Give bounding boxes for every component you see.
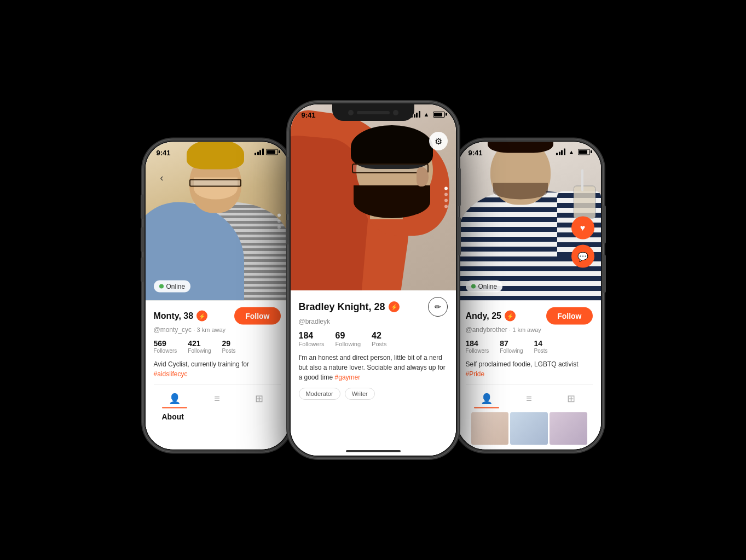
stat-followers-left: 569 Followers [154,339,177,354]
stat-following-center: 69 Following [336,331,361,347]
profile-info-left: Monty, 38 ⚡ Follow @monty_cyc · 3 km awa… [146,301,289,450]
tab-person-right[interactable]: 👤 [466,389,508,408]
stat-followers-right: 184 Followers [466,339,489,354]
signal-right [556,149,565,155]
photo-dots-center [444,187,448,208]
profile-info-right: Andy, 25 ⚡ Follow @andybrother · 1 km aw… [458,301,601,450]
stat-posts-right: 14 Posts [534,339,548,354]
settings-button[interactable]: ⚙ [429,132,448,150]
nav-tabs-right: 👤 ≡ ⊞ [466,384,593,408]
stat-followers-center: 184 Followers [299,331,325,347]
profile-photo-center: ⚙ [291,104,456,290]
verified-badge-right: ⚡ [505,311,516,322]
edit-button-center[interactable]: ✏ [428,297,448,317]
status-icons-center: ▲ [411,111,444,118]
about-label-left: About [154,408,281,421]
status-bar-left: 9:41 [146,142,289,166]
battery-left [266,149,278,155]
signal-left [255,149,264,155]
bio-center: I'm an honest and direct person, little … [299,353,448,382]
name-row-left: Monty, 38 ⚡ Follow [154,307,281,325]
profile-card-right: Andy, 25 ⚡ Follow @andybrother · 1 km aw… [458,301,601,450]
phone-center: 9:41 ▲ [288,102,458,458]
status-icons-right: ▲ [556,149,589,155]
home-bar-center [346,450,401,452]
status-icons-left [255,149,278,155]
user-name-right: Andy, 25 [466,311,502,321]
notch-center [332,104,414,121]
battery-right [578,149,590,155]
photo-dots-left [277,214,281,229]
stats-center: 184 Followers 69 Following 42 Posts [299,331,448,347]
phone-right: 9:41 ▲ [455,140,603,452]
phone-left: 9:41 [143,140,291,452]
name-row-center: Bradley Knight, 28 ⚡ ✏ [299,297,448,317]
handle-center: @bradleyk [299,318,448,325]
tab-grid-left[interactable]: ⊞ [238,389,280,408]
tag-moderator: Moderator [299,388,340,400]
user-name-left: Monty, 38 [154,311,194,321]
profile-card-center: Bradley Knight, 28 ⚡ ✏ @bradleyk 184 Fol… [291,290,456,456]
user-name-center: Bradley Knight, 28 [299,301,385,313]
nav-tabs-left: 👤 ≡ ⊞ [154,384,281,408]
photo-grid-right [466,408,593,445]
tab-grid-right[interactable]: ⊞ [550,389,592,408]
tab-list-left[interactable]: ≡ [196,389,238,408]
action-buttons-right: ♥ 💬 [571,217,594,268]
online-badge-right: Online [466,281,503,293]
online-badge-left: Online [154,281,191,293]
stat-following-left: 421 Following [188,339,211,354]
handle-left: @monty_cyc · 3 km away [154,326,281,334]
back-button-left[interactable]: ‹ [154,170,170,186]
chat-button-right[interactable]: 💬 [571,245,594,268]
battery-center [433,112,445,118]
bio-left: Avid Cyclist, currently training for #ai… [154,359,281,379]
stat-posts-left: 29 Posts [222,339,236,354]
stats-right: 184 Followers 87 Following 14 Posts [466,339,593,354]
handle-right: @andybrother · 1 km away [466,326,593,334]
stat-following-right: 87 Following [500,339,523,354]
stats-left: 569 Followers 421 Following 29 Posts [154,339,281,354]
bio-right: Self proclaimed foodie, LGBTQ activist #… [466,359,593,379]
verified-badge-center: ⚡ [389,301,400,312]
status-bar-right: 9:41 ▲ [458,142,601,166]
name-row-right: Andy, 25 ⚡ Follow [466,307,593,325]
tab-person-left[interactable]: 👤 [154,389,196,408]
profile-card-left: Monty, 38 ⚡ Follow @monty_cyc · 3 km awa… [146,301,289,450]
follow-button-right[interactable]: Follow [546,307,592,325]
time-center: 9:41 [302,111,316,119]
verified-badge-left: ⚡ [196,311,207,322]
time-right: 9:41 [469,149,483,157]
tags-row-center: Moderator Writer [299,388,448,400]
stat-posts-center: 42 Posts [372,331,387,347]
heart-button-right[interactable]: ♥ [571,217,594,240]
tag-writer: Writer [345,388,375,400]
profile-info-center: Bradley Knight, 28 ⚡ ✏ @bradleyk 184 Fol… [291,290,456,456]
follow-button-left[interactable]: Follow [234,307,280,325]
tab-list-right[interactable]: ≡ [508,389,550,408]
time-left: 9:41 [157,149,171,157]
